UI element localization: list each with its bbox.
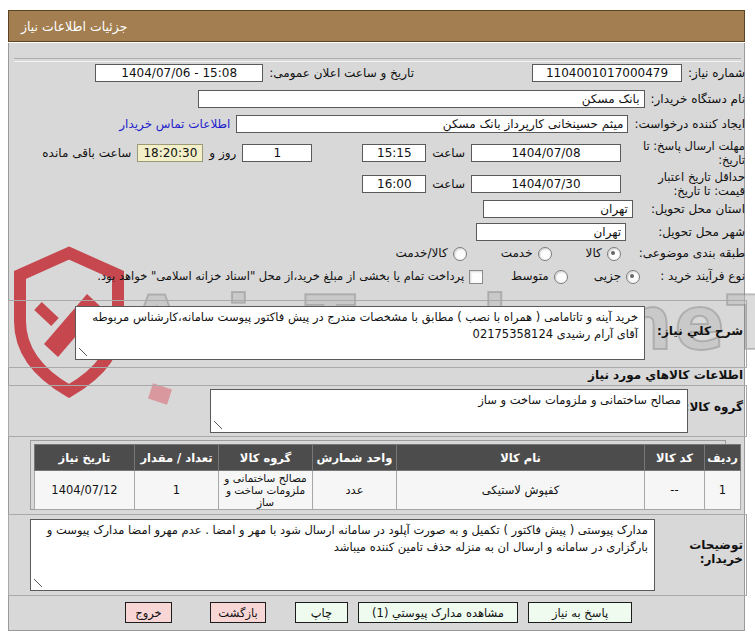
- buyer-org-label: نام دستگاه خریدار:: [651, 92, 746, 107]
- cell-group: مصالح ساختمانی و ملزومات ساخت و ساز: [219, 471, 313, 510]
- col-group: گروه کالا: [219, 445, 313, 471]
- price-validity-time-field[interactable]: 16:00: [362, 175, 426, 193]
- row-request-creator: ایجاد کننده درخواست: میثم حسینخانی کارپر…: [6, 115, 745, 133]
- col-item-name: نام کالا: [397, 445, 645, 471]
- buyer-org-field[interactable]: بانک مسکن: [198, 90, 645, 108]
- buyer-notes-label: توضیحات خریدار:: [689, 538, 743, 566]
- subject-class-option-goods-service[interactable]: کالا/خدمت: [395, 246, 466, 261]
- print-button[interactable]: چاپ: [295, 602, 348, 623]
- buyer-contact-link[interactable]: اطلاعات تماس خریدار: [119, 117, 230, 131]
- announce-datetime-field[interactable]: 1404/07/06 - 15:08: [95, 64, 263, 82]
- cell-quantity: 1: [135, 471, 219, 510]
- reply-deadline-label: مهلت ارسال پاسخ: تا تاریخ:: [627, 139, 745, 168]
- province-label: استان محل تحویل:: [651, 202, 745, 217]
- col-item-code: کد کالا: [645, 445, 705, 471]
- cell-row-number: 1: [705, 471, 741, 510]
- row-subject-class: طبقه بندی موضوعی: کالا خدمت کالا/خدمت: [6, 246, 745, 261]
- request-creator-field[interactable]: میثم حسینخانی کارپرداز بانک مسکن: [236, 115, 628, 133]
- province-field[interactable]: تهران: [483, 200, 633, 218]
- need-number-field[interactable]: 1104001017000479: [532, 64, 682, 82]
- remaining-time-badge: 18:20:30: [137, 144, 203, 162]
- items-section-title: اطلاعات کالاهاي مورد نیاز: [588, 368, 743, 382]
- radio-service-icon[interactable]: [538, 247, 552, 261]
- radio-goods-icon[interactable]: [607, 247, 621, 261]
- radio-minor-icon[interactable]: [626, 270, 640, 284]
- col-row-number: ردیف: [705, 445, 741, 471]
- buyer-notes-textarea[interactable]: مدارک پیوستی ( پیش فاکتور ) تکمیل و به ص…: [30, 519, 655, 591]
- reply-to-need-button[interactable]: پاسخ به نیاز: [528, 602, 632, 623]
- table-row: 1 -- کفپوش لاستیکی عدد مصالح ساختمانی و …: [35, 471, 741, 510]
- col-unit: واحد شمارش: [313, 445, 397, 471]
- row-city: شهر محل تحویل: تهران: [6, 223, 745, 241]
- exit-button[interactable]: خروج: [125, 602, 172, 623]
- row-purchase-type: نوع فرآیند خرید : جزیی متوسط پرداخت تمام…: [6, 269, 745, 284]
- page-title: جزئیات اطلاعات نیاز: [8, 10, 745, 42]
- back-button[interactable]: بازگشت: [210, 602, 266, 623]
- purchase-type-label: نوع فرآیند خرید :: [660, 269, 745, 284]
- header-divider: [14, 58, 741, 62]
- subject-class-option-goods[interactable]: کالا: [586, 246, 621, 261]
- row-price-validity: حداقل تاریخ اعتبار قیمت: تا تاریخ: 1404/…: [6, 170, 745, 199]
- items-table-header-row: ردیف کد کالا نام کالا واحد شمارش گروه کا…: [35, 445, 741, 471]
- goods-group-label: گروه کالا:: [685, 400, 743, 414]
- purchase-type-option-medium[interactable]: متوسط: [511, 269, 568, 284]
- row-buyer-org: نام دستگاه خریدار: بانک مسکن: [6, 90, 745, 108]
- view-attachments-button[interactable]: مشاهده مدارک پیوستي (1): [358, 602, 518, 623]
- price-validity-label: حداقل تاریخ اعتبار قیمت: تا تاریخ:: [627, 170, 745, 199]
- remaining-days-label: روز و: [209, 146, 236, 161]
- reply-deadline-date-field[interactable]: 1404/07/08: [471, 144, 621, 162]
- cell-need-date: 1404/07/12: [35, 471, 135, 510]
- remaining-time-label: ساعت باقی مانده: [42, 146, 131, 161]
- price-validity-date-field[interactable]: 1404/07/30: [471, 175, 621, 193]
- goods-group-field[interactable]: مصالح ساختمانی و ملزومات ساخت و ساز: [210, 389, 688, 433]
- city-label: شهر محل تحویل:: [658, 225, 745, 240]
- row-reply-deadline: مهلت ارسال پاسخ: تا تاریخ: 1404/07/08 سا…: [6, 139, 745, 168]
- cell-item-code: --: [645, 471, 705, 510]
- price-validity-time-label: ساعت: [432, 177, 465, 192]
- col-quantity: تعداد / مقدار: [135, 445, 219, 471]
- request-creator-label: ایجاد کننده درخواست:: [634, 117, 745, 132]
- remaining-days-field[interactable]: 1: [242, 144, 312, 162]
- checkbox-icon[interactable]: [469, 270, 483, 284]
- description-textarea[interactable]: خرید آینه و تاتامامی ( همراه با نصب ) مط…: [75, 306, 645, 360]
- reply-deadline-time-label: ساعت: [432, 146, 465, 161]
- row-need-number: شماره نیاز: 1104001017000479 تاریخ و ساع…: [6, 64, 745, 82]
- cell-item-name: کفپوش لاستیکی: [397, 471, 645, 510]
- description-label: شرح کلي نیاز:: [657, 324, 743, 338]
- items-table-panel: ردیف کد کالا نام کالا واحد شمارش گروه کا…: [30, 440, 726, 510]
- reply-deadline-time-field[interactable]: 15:15: [362, 144, 426, 162]
- items-table: ردیف کد کالا نام کالا واحد شمارش گروه کا…: [34, 444, 741, 510]
- city-field[interactable]: تهران: [476, 223, 626, 241]
- cell-unit: عدد: [313, 471, 397, 510]
- subject-class-label: طبقه بندی موضوعی:: [639, 246, 745, 261]
- purchase-type-option-minor[interactable]: جزیی: [594, 269, 640, 284]
- need-number-label: شماره نیاز:: [688, 66, 745, 81]
- col-need-date: تاریخ نیاز: [35, 445, 135, 471]
- radio-medium-icon[interactable]: [554, 270, 568, 284]
- treasury-payment-checkbox[interactable]: پرداخت تمام یا بخشی از مبلغ خرید،از محل …: [97, 269, 483, 283]
- announce-datetime-label: تاریخ و ساعت اعلان عمومی:: [269, 66, 414, 81]
- subject-class-option-service[interactable]: خدمت: [501, 246, 552, 261]
- row-province: استان محل تحویل: تهران: [6, 200, 745, 218]
- radio-goods-service-icon[interactable]: [453, 247, 467, 261]
